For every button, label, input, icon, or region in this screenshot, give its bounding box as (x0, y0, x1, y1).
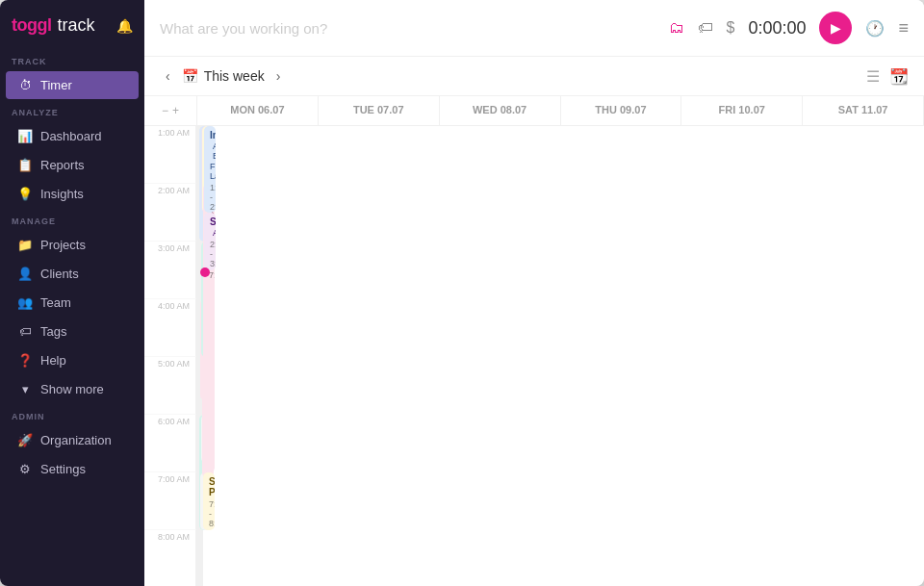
day-header-1: TUE 07.07 (319, 96, 440, 125)
time-label: 4:00 AM (144, 299, 196, 357)
time-label: 2:00 AM (144, 184, 196, 242)
show-more-icon: ▾ (17, 382, 33, 396)
progress-dot (200, 268, 210, 277)
play-button[interactable]: ▶ (819, 12, 852, 44)
sidebar-item-organization[interactable]: 🚀 Organization (6, 426, 139, 454)
timer-display: 0:00:00 (748, 18, 806, 38)
organization-label: Organization (40, 433, 112, 447)
sidebar-item-reports[interactable]: 📋 Reports (6, 151, 139, 179)
section-label-manage: MANAGE (0, 209, 144, 230)
projects-label: Projects (40, 238, 86, 252)
collapse-icon[interactable]: − (162, 104, 168, 117)
day-header-4: FRI 10.07 (681, 96, 803, 125)
sidebar-item-team[interactable]: 👥 Team (6, 289, 139, 317)
reports-label: Reports (40, 158, 85, 172)
reports-icon: 📋 (17, 158, 33, 172)
insights-label: Insights (40, 187, 84, 201)
calendar-view-icons: ☰ 📆 (866, 67, 909, 86)
calendar-icon: 📅 (182, 68, 198, 84)
time-label: 3:00 AM (144, 242, 196, 299)
sidebar-item-settings[interactable]: ⚙ Settings (6, 455, 139, 483)
tag-icon[interactable]: 🏷 (698, 19, 713, 37)
logo-track: track (57, 15, 94, 36)
sidebar-item-show-more[interactable]: ▾ Show more (6, 375, 139, 403)
show-more-label: Show more (40, 382, 104, 396)
dashboard-icon: 📊 (17, 129, 33, 143)
calendar-event[interactable]: Sales Pitches7:00 - 8:00 (203, 472, 215, 530)
expand-icon[interactable]: + (172, 104, 179, 117)
week-label: 📅 This week (182, 68, 265, 84)
time-gutter-header: − + (144, 96, 197, 125)
sidebar-item-projects[interactable]: 📁 Projects (6, 231, 139, 259)
sidebar-item-tags[interactable]: 🏷 Tags (6, 318, 139, 345)
sidebar-item-insights[interactable]: 💡 Insights (6, 180, 139, 208)
prev-week-button[interactable]: ‹ (160, 66, 176, 86)
section-label-analyze: ANALYZE (0, 100, 144, 121)
menu-icon[interactable]: ≡ (898, 18, 909, 38)
sidebar: toggl track 🔔 TRACK ⏱ Timer ANALYZE 📊 Da… (0, 0, 144, 586)
notification-bell-icon[interactable]: 🔔 (116, 18, 133, 34)
time-column: 1:00 AM2:00 AM3:00 AM4:00 AM5:00 AM6:00 … (144, 126, 197, 586)
calendar-grid: − + MON 06.07TUE 07.07WED 08.07THU 09.07… (144, 96, 924, 586)
help-icon: ❓ (17, 353, 33, 368)
folder-icon[interactable]: 🗂 (669, 19, 684, 37)
clients-icon: 👤 (17, 267, 33, 281)
billing-icon[interactable]: $ (727, 19, 735, 37)
dashboard-label: Dashboard (40, 129, 102, 143)
calendar-event[interactable]: SchedulingAdmin2:30 - 3:30 (204, 213, 216, 270)
organization-icon: 🚀 (17, 433, 33, 447)
calendar-controls: ‹ 📅 This week › ☰ 📆 (144, 57, 924, 96)
main-content: What are you working on? 🗂 🏷 $ 0:00:00 ▶… (144, 0, 924, 586)
search-input[interactable]: What are you working on? (160, 20, 657, 37)
sidebar-item-timer[interactable]: ⏱ Timer (6, 71, 139, 99)
logo-area: toggl track 🔔 (0, 12, 144, 49)
timer-label: Timer (40, 78, 72, 92)
tags-label: Tags (40, 324, 66, 339)
clients-label: Clients (40, 267, 79, 281)
sidebar-item-help[interactable]: ❓ Help (6, 346, 139, 374)
time-label: 5:00 AM (144, 357, 196, 415)
next-week-button[interactable]: › (270, 66, 287, 86)
week-label-text: This week (204, 68, 265, 84)
top-bar: What are you working on? 🗂 🏷 $ 0:00:00 ▶… (144, 0, 924, 57)
time-grid: 1:00 AM2:00 AM3:00 AM4:00 AM5:00 AM6:00 … (144, 126, 924, 586)
day-header-2: WED 08.07 (440, 96, 561, 125)
calendar-event[interactable]: InDesignAd BrochuresFire Labs1:00 - 2:30 (204, 126, 216, 213)
day-header-5: SAT 11.07 (803, 96, 924, 125)
time-label: 6:00 AM (144, 415, 196, 472)
help-label: Help (40, 353, 66, 368)
team-icon: 👥 (17, 295, 33, 310)
time-label: 1:00 AM (144, 126, 196, 184)
section-label-admin: ADMIN (0, 404, 144, 425)
day-header-3: THU 09.07 (561, 96, 682, 125)
day-headers: − + MON 06.07TUE 07.07WED 08.07THU 09.07… (144, 96, 924, 126)
week-view-icon[interactable]: 📆 (889, 67, 909, 86)
team-label: Team (40, 295, 71, 310)
time-label: 8:00 AM (144, 530, 196, 586)
clock-icon[interactable]: 🕐 (865, 19, 885, 38)
top-bar-icons: 🗂 🏷 $ 0:00:00 ▶ 🕐 ≡ (669, 12, 909, 44)
sidebar-item-dashboard[interactable]: 📊 Dashboard (6, 122, 139, 150)
timer-icon: ⏱ (17, 78, 33, 92)
insights-icon: 💡 (17, 187, 33, 201)
settings-label: Settings (40, 462, 86, 476)
day-header-0: MON 06.07 (197, 96, 319, 125)
sidebar-item-clients[interactable]: 👤 Clients (6, 260, 139, 288)
projects-icon: 📁 (17, 238, 33, 252)
section-label-track: TRACK (0, 49, 144, 70)
list-view-icon[interactable]: ☰ (866, 67, 880, 86)
tags-icon: 🏷 (17, 324, 33, 339)
time-label: 7:00 AM (144, 472, 196, 530)
logo-text: toggl (12, 15, 51, 36)
settings-icon: ⚙ (17, 462, 33, 476)
